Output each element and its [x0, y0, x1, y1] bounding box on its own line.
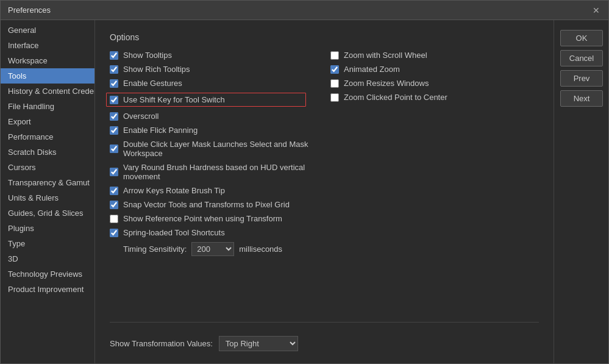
title-bar: Preferences ✕	[1, 1, 608, 20]
checkbox-label-10[interactable]: Show Reference Point when using Transfor…	[123, 214, 282, 223]
right-checkbox-2[interactable]	[330, 79, 339, 88]
next-button[interactable]: Next	[560, 90, 603, 107]
sidebar-item-export[interactable]: Export	[1, 114, 94, 129]
right-checkbox-label-0[interactable]: Zoom with Scroll Wheel	[344, 51, 427, 60]
sidebar-item-general[interactable]: General	[1, 23, 94, 38]
checkbox-2[interactable]	[110, 79, 118, 88]
left-column: Show TooltipsShow Rich TooltipsEnable Ge…	[110, 51, 324, 316]
right-checkbox-1[interactable]	[330, 65, 339, 74]
checkbox-label-7[interactable]: Vary Round Brush Hardness based on HUD v…	[123, 163, 312, 181]
sidebar-item-plugins[interactable]: Plugins	[1, 221, 94, 236]
sidebar-item-performance[interactable]: Performance	[1, 129, 94, 145]
sidebar-item-guides-grid--slices[interactable]: Guides, Grid & Slices	[1, 205, 94, 221]
checkbox-row-6: Double Click Layer Mask Launches Select …	[110, 140, 312, 158]
checkbox-label-2[interactable]: Enable Gestures	[123, 79, 182, 88]
timing-row: Timing Sensitivity:100150200300500millis…	[123, 242, 312, 256]
sidebar-item-3d[interactable]: 3D	[1, 251, 94, 266]
checkbox-row-3: Use Shift Key for Tool Switch	[106, 93, 306, 107]
checkbox-0[interactable]	[110, 51, 118, 60]
sidebar-item-workspace[interactable]: Workspace	[1, 53, 94, 68]
checkbox-7[interactable]	[110, 168, 118, 176]
right-checkbox-label-1[interactable]: Animated Zoom	[344, 65, 400, 74]
sidebar: GeneralInterfaceWorkspaceToolsHistory & …	[1, 20, 95, 363]
right-checkbox-row-0: Zoom with Scroll Wheel	[330, 51, 539, 60]
dialog-body: GeneralInterfaceWorkspaceToolsHistory & …	[1, 20, 608, 363]
checkbox-10[interactable]	[110, 215, 118, 223]
checkbox-row-2: Enable Gestures	[110, 79, 312, 88]
checkbox-label-4[interactable]: Overscroll	[123, 112, 159, 121]
right-column: Zoom with Scroll WheelAnimated ZoomZoom …	[324, 51, 539, 316]
right-checkbox-0[interactable]	[330, 51, 339, 60]
checkbox-row-1: Show Rich Tooltips	[110, 65, 312, 74]
right-checkbox-row-3: Zoom Clicked Point to Center	[330, 93, 539, 102]
sidebar-item-product-improvement[interactable]: Product Improvement	[1, 282, 94, 297]
checkbox-row-9: Snap Vector Tools and Transforms to Pixe…	[110, 200, 312, 209]
timing-label: Timing Sensitivity:	[123, 244, 187, 254]
checkbox-label-11[interactable]: Spring-loaded Tool Shortcuts	[123, 228, 225, 237]
checkbox-row-7: Vary Round Brush Hardness based on HUD v…	[110, 163, 312, 181]
right-checkbox-row-1: Animated Zoom	[330, 65, 539, 74]
sidebar-item-technology-previews[interactable]: Technology Previews	[1, 266, 94, 282]
checkbox-11[interactable]	[110, 229, 118, 237]
sidebar-item-interface[interactable]: Interface	[1, 38, 94, 53]
sidebar-item-cursors[interactable]: Cursors	[1, 160, 94, 175]
checkbox-label-0[interactable]: Show Tooltips	[123, 51, 172, 60]
preferences-dialog: Preferences ✕ GeneralInterfaceWorkspaceT…	[0, 0, 609, 364]
sidebar-item-units--rulers[interactable]: Units & Rulers	[1, 190, 94, 205]
options-grid: Show TooltipsShow Rich TooltipsEnable Ge…	[110, 51, 539, 316]
checkbox-row-8: Arrow Keys Rotate Brush Tip	[110, 186, 312, 195]
checkbox-row-0: Show Tooltips	[110, 51, 312, 60]
sidebar-item-type[interactable]: Type	[1, 236, 94, 251]
checkbox-label-5[interactable]: Enable Flick Panning	[123, 126, 198, 135]
right-checkbox-row-2: Zoom Resizes Windows	[330, 79, 539, 88]
options-title: Options	[110, 32, 539, 42]
checkbox-label-1[interactable]: Show Rich Tooltips	[123, 65, 190, 74]
checkbox-row-10: Show Reference Point when using Transfor…	[110, 214, 312, 223]
checkbox-label-3[interactable]: Use Shift Key for Tool Switch	[123, 95, 225, 104]
transform-row: Show Transformation Values: Top LeftTop …	[110, 336, 539, 351]
prev-button[interactable]: Prev	[560, 70, 603, 87]
main-content: Options Show TooltipsShow Rich TooltipsE…	[95, 20, 554, 363]
cancel-button[interactable]: Cancel	[560, 50, 603, 66]
sidebar-item-scratch-disks[interactable]: Scratch Disks	[1, 145, 94, 160]
transform-select[interactable]: Top LeftTop RightBottom LeftBottom Right…	[219, 336, 298, 351]
checkbox-3[interactable]	[110, 96, 118, 104]
sidebar-item-tools[interactable]: Tools	[1, 68, 94, 84]
checkbox-row-4: Overscroll	[110, 112, 312, 121]
checkbox-row-5: Enable Flick Panning	[110, 126, 312, 135]
ok-button[interactable]: OK	[560, 30, 603, 46]
timing-unit: milliseconds	[239, 244, 282, 254]
checkbox-8[interactable]	[110, 187, 118, 195]
dialog-title: Preferences	[8, 5, 51, 15]
checkbox-label-8[interactable]: Arrow Keys Rotate Brush Tip	[123, 186, 225, 195]
close-button[interactable]: ✕	[591, 5, 601, 15]
checkbox-5[interactable]	[110, 126, 118, 135]
checkbox-label-6[interactable]: Double Click Layer Mask Launches Select …	[123, 140, 312, 158]
checkbox-row-11: Spring-loaded Tool Shortcuts	[110, 228, 312, 237]
right-checkbox-3[interactable]	[330, 93, 339, 102]
checkbox-6[interactable]	[110, 145, 118, 153]
checkbox-9[interactable]	[110, 201, 118, 209]
timing-select[interactable]: 100150200300500	[191, 242, 234, 256]
checkbox-label-9[interactable]: Snap Vector Tools and Transforms to Pixe…	[123, 200, 290, 209]
sidebar-item-history--content-credentials[interactable]: History & Content Credentials	[1, 84, 94, 99]
checkbox-4[interactable]	[110, 112, 118, 121]
checkbox-1[interactable]	[110, 65, 118, 74]
sidebar-item-transparency--gamut[interactable]: Transparency & Gamut	[1, 175, 94, 190]
sidebar-item-file-handling[interactable]: File Handling	[1, 99, 94, 114]
button-column: OK Cancel Prev Next	[554, 20, 608, 363]
bottom-section: Show Transformation Values: Top LeftTop …	[110, 322, 539, 351]
transform-label: Show Transformation Values:	[110, 339, 213, 348]
right-checkbox-label-3[interactable]: Zoom Clicked Point to Center	[344, 93, 447, 102]
right-checkbox-label-2[interactable]: Zoom Resizes Windows	[344, 79, 429, 88]
